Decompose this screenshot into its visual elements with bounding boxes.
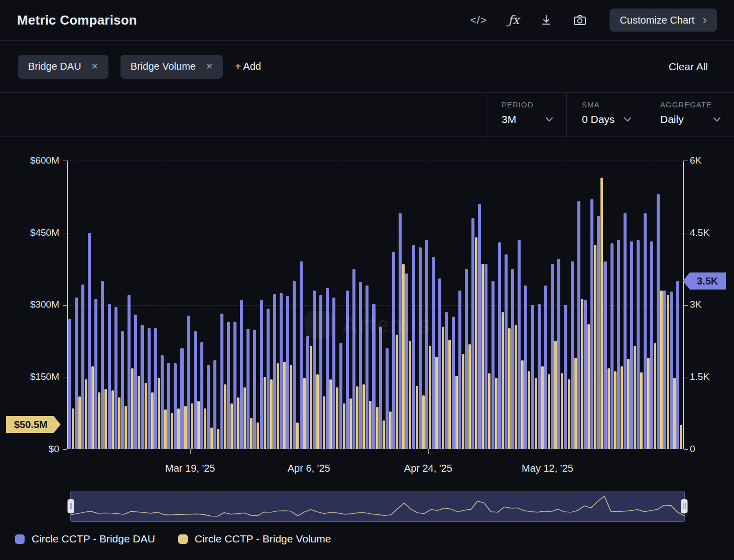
bar-bridge-dau[interactable] — [505, 254, 508, 449]
bar-group[interactable] — [280, 161, 286, 449]
formula-icon[interactable]: ƒx — [508, 13, 519, 27]
bar-group[interactable] — [610, 161, 617, 449]
bar-bridge-dau[interactable] — [253, 330, 256, 449]
bar-group[interactable] — [451, 161, 458, 449]
bar-bridge-dau[interactable] — [577, 201, 580, 449]
legend-item-bridge-volume[interactable]: Circle CCTP - Bridge Volume — [178, 533, 331, 545]
bar-bridge-dau[interactable] — [293, 281, 296, 449]
bar-bridge-dau[interactable] — [498, 242, 501, 449]
bar-bridge-dau[interactable] — [286, 296, 289, 449]
bar-bridge-volume[interactable] — [600, 178, 603, 449]
bar-bridge-dau[interactable] — [637, 240, 640, 449]
bar-bridge-volume[interactable] — [521, 360, 524, 449]
bar-bridge-volume[interactable] — [217, 429, 219, 449]
bar-bridge-volume[interactable] — [627, 359, 630, 449]
customize-chart-button[interactable]: Customize Chart › — [609, 9, 717, 32]
bar-bridge-dau[interactable] — [319, 295, 322, 449]
bar-bridge-dau[interactable] — [617, 240, 620, 449]
bar-bridge-volume[interactable] — [138, 376, 140, 449]
bar-group[interactable] — [359, 161, 365, 449]
bar-group[interactable] — [134, 161, 141, 449]
aggregate-dropdown[interactable]: AGGREGATE Daily — [645, 93, 734, 136]
bar-bridge-dau[interactable] — [492, 281, 495, 449]
bar-bridge-volume[interactable] — [151, 392, 154, 449]
bar-bridge-dau[interactable] — [419, 247, 422, 450]
bar-group[interactable] — [247, 161, 253, 449]
bar-group[interactable] — [141, 161, 147, 449]
bar-group[interactable] — [253, 161, 260, 449]
bar-bridge-volume[interactable] — [383, 421, 385, 450]
bar-bridge-volume[interactable] — [429, 346, 431, 449]
remove-metric-icon[interactable]: ✕ — [206, 61, 213, 72]
bar-bridge-dau[interactable] — [148, 328, 151, 450]
bar-bridge-volume[interactable] — [587, 324, 590, 449]
bar-bridge-volume[interactable] — [502, 312, 504, 449]
bar-bridge-volume[interactable] — [197, 401, 200, 449]
bar-group[interactable] — [484, 161, 491, 449]
bar-bridge-dau[interactable] — [412, 245, 415, 449]
bar-group[interactable] — [464, 161, 471, 449]
bar-bridge-dau[interactable] — [465, 269, 468, 449]
bar-bridge-dau[interactable] — [676, 281, 679, 449]
bar-bridge-dau[interactable] — [121, 331, 124, 449]
bar-bridge-dau[interactable] — [313, 291, 316, 449]
bar-bridge-volume[interactable] — [224, 384, 226, 449]
bar-group[interactable] — [676, 161, 683, 449]
bar-group[interactable] — [372, 161, 379, 449]
bar-group[interactable] — [511, 161, 518, 449]
bar-group[interactable] — [68, 161, 74, 449]
bar-bridge-dau[interactable] — [332, 298, 335, 449]
bar-group[interactable] — [670, 161, 676, 449]
bar-bridge-dau[interactable] — [511, 269, 514, 449]
bar-bridge-volume[interactable] — [574, 358, 577, 449]
bar-group[interactable] — [491, 161, 498, 449]
add-metric-button[interactable]: + Add — [235, 61, 261, 72]
bar-bridge-volume[interactable] — [468, 344, 471, 449]
bar-bridge-dau[interactable] — [524, 286, 527, 449]
bar-bridge-dau[interactable] — [273, 294, 276, 449]
bar-group[interactable] — [74, 161, 81, 449]
bar-bridge-volume[interactable] — [191, 403, 193, 449]
bar-group[interactable] — [107, 161, 114, 449]
bar-group[interactable] — [193, 161, 200, 449]
bar-group[interactable] — [365, 161, 372, 449]
bar-group[interactable] — [220, 161, 226, 449]
bar-bridge-volume[interactable] — [131, 368, 134, 449]
bar-group[interactable] — [266, 161, 273, 449]
bar-bridge-volume[interactable] — [462, 354, 464, 449]
bar-bridge-dau[interactable] — [167, 363, 170, 450]
bar-bridge-volume[interactable] — [243, 387, 246, 449]
bar-bridge-volume[interactable] — [118, 397, 120, 450]
bar-bridge-dau[interactable] — [557, 259, 560, 449]
bar-bridge-dau[interactable] — [128, 295, 131, 449]
bar-bridge-dau[interactable] — [359, 282, 362, 450]
bar-group[interactable] — [385, 161, 392, 449]
bar-bridge-dau[interactable] — [445, 312, 448, 449]
bar-bridge-dau[interactable] — [326, 288, 329, 449]
bar-bridge-dau[interactable] — [630, 241, 633, 449]
bar-bridge-volume[interactable] — [98, 392, 100, 449]
bar-bridge-volume[interactable] — [145, 383, 147, 449]
download-icon[interactable] — [540, 14, 552, 26]
bar-bridge-dau[interactable] — [670, 292, 673, 449]
bar-group[interactable] — [597, 161, 603, 449]
bar-bridge-dau[interactable] — [213, 360, 216, 449]
bar-group[interactable] — [299, 161, 306, 449]
bar-group[interactable] — [590, 161, 597, 449]
bar-group[interactable] — [167, 161, 174, 449]
bar-group[interactable] — [187, 161, 193, 449]
bar-group[interactable] — [306, 161, 312, 449]
bar-bridge-volume[interactable] — [581, 299, 583, 449]
bar-bridge-volume[interactable] — [91, 366, 94, 449]
bar-bridge-volume[interactable] — [343, 403, 345, 449]
bar-bridge-volume[interactable] — [481, 264, 484, 449]
bar-group[interactable] — [101, 161, 107, 449]
period-dropdown[interactable]: PERIOD 3M — [486, 93, 566, 136]
bar-bridge-volume[interactable] — [336, 387, 338, 449]
bar-group[interactable] — [174, 161, 180, 449]
bar-bridge-dau[interactable] — [657, 194, 660, 449]
bar-bridge-dau[interactable] — [180, 348, 183, 449]
bar-bridge-volume[interactable] — [290, 365, 292, 449]
bar-group[interactable] — [207, 161, 213, 449]
bar-bridge-volume[interactable] — [640, 372, 643, 449]
